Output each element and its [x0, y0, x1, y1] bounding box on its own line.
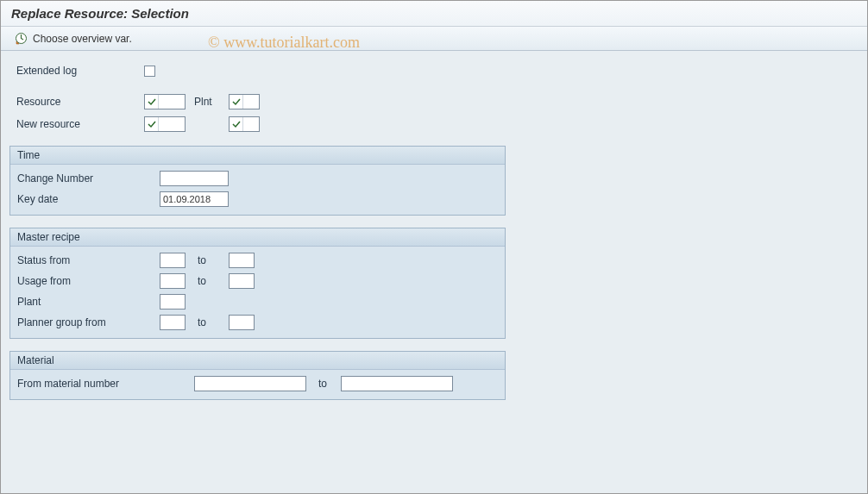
planner-to-input[interactable]	[229, 315, 255, 330]
from-material-label: From material number	[17, 378, 194, 390]
page-title: Replace Resource: Selection	[11, 6, 189, 21]
material-group-title: Material	[10, 352, 505, 370]
time-group-title: Time	[10, 147, 505, 165]
new-resource-label: New resource	[15, 118, 144, 130]
f4-check-icon	[230, 117, 243, 131]
master-recipe-group: Master recipe Status from to Usage from …	[9, 228, 506, 339]
plant-input[interactable]	[160, 294, 186, 310]
resource-label: Resource	[15, 96, 144, 108]
material-group: Material From material number to	[9, 351, 506, 400]
usage-from-input[interactable]	[160, 273, 186, 289]
new-resource-f4-input[interactable]	[144, 116, 186, 132]
status-to-input[interactable]	[229, 253, 255, 268]
plnt-f4-input[interactable]	[229, 94, 260, 109]
key-date-input[interactable]	[160, 191, 229, 207]
toolbar: Choose overview var.	[1, 27, 867, 51]
from-material-input[interactable]	[194, 376, 306, 391]
plnt-label: Plnt	[186, 96, 229, 108]
clock-execute-icon	[15, 32, 28, 45]
f4-check-icon	[145, 95, 159, 109]
planner-group-label: Planner group from	[17, 316, 160, 328]
plant-label: Plant	[17, 296, 160, 308]
time-group: Time Change Number Key date	[9, 146, 506, 216]
planner-from-input[interactable]	[160, 315, 186, 330]
status-from-label: Status from	[17, 254, 160, 266]
change-number-input[interactable]	[160, 171, 229, 186]
extended-log-label: Extended log	[15, 65, 144, 77]
to-label: to	[186, 254, 229, 266]
content-area: Extended log Resource Plnt New	[1, 51, 867, 410]
change-number-label: Change Number	[17, 172, 160, 184]
status-from-input[interactable]	[160, 253, 186, 268]
new-plnt-f4-input[interactable]	[229, 116, 260, 132]
master-recipe-title: Master recipe	[10, 228, 505, 247]
to-label: to	[186, 275, 229, 287]
to-label: to	[306, 378, 341, 390]
to-material-input[interactable]	[341, 376, 453, 391]
to-label: to	[186, 316, 229, 328]
choose-overview-label: Choose overview var.	[33, 33, 132, 45]
header-bar: Replace Resource: Selection	[1, 1, 867, 27]
usage-from-label: Usage from	[17, 275, 160, 287]
usage-to-input[interactable]	[229, 273, 255, 289]
f4-check-icon	[230, 95, 243, 109]
extended-log-checkbox[interactable]	[144, 66, 155, 77]
f4-check-icon	[145, 117, 159, 131]
resource-f4-input[interactable]	[144, 94, 186, 109]
choose-overview-button[interactable]: Choose overview var.	[9, 30, 137, 47]
key-date-label: Key date	[17, 193, 160, 205]
